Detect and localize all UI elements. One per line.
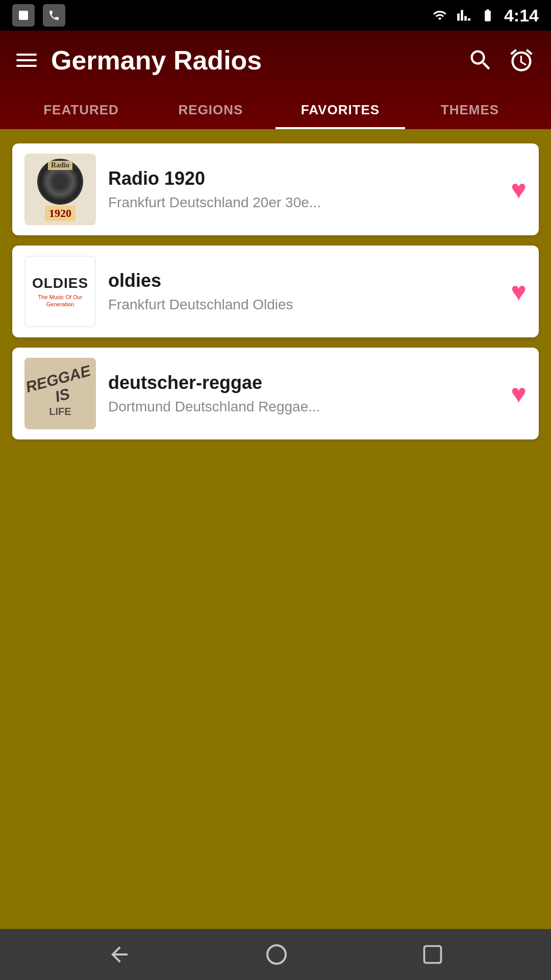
radio-name-radio1920: Radio 1920 (108, 168, 498, 189)
nav-back-button[interactable] (107, 942, 132, 967)
radio-name-oldies: oldies (108, 270, 498, 291)
radio-desc-oldies: Frankfurt Deutschland Oldies (108, 297, 498, 313)
page-title: Germany Radios (51, 45, 262, 76)
radio-desc-radio1920: Frankfurt Deutschland 20er 30e... (108, 194, 498, 211)
tab-regions[interactable]: REGIONS (146, 92, 276, 129)
header-top: Germany Radios (16, 45, 535, 88)
svg-rect-1 (424, 946, 441, 963)
photo-icon (12, 4, 35, 27)
radio-info-radio1920: Radio 1920 Frankfurt Deutschland 20er 30… (108, 168, 498, 211)
phone-icon (43, 4, 65, 27)
tab-themes[interactable]: THEMES (405, 92, 535, 129)
status-bar-right-icons: 4:14 (431, 6, 539, 26)
tab-featured[interactable]: FEATURED (16, 92, 146, 129)
search-button[interactable] (467, 47, 494, 74)
tab-favorites[interactable]: FAVORITES (276, 92, 405, 129)
radio-card-radio1920[interactable]: Radio 1920 Radio 1920 Frankfurt Deutschl… (12, 143, 539, 235)
header-left: Germany Radios (16, 45, 262, 76)
radio-info-oldies: oldies Frankfurt Deutschland Oldies (108, 270, 498, 313)
battery-icon (479, 8, 497, 22)
radio-info-reggae: deutscher-reggae Dortmund Deutschland Re… (108, 372, 498, 415)
tab-bar: FEATURED REGIONS FAVORITES THEMES (16, 92, 535, 129)
radio-card-oldies[interactable]: OLDIES The Music Of Our Generation oldie… (12, 246, 539, 337)
content-area: Radio 1920 Radio 1920 Frankfurt Deutschl… (0, 129, 551, 929)
favorite-button-oldies[interactable]: ♥ (511, 278, 527, 305)
header: Germany Radios FEATURED REGIONS FAVORITE… (0, 31, 551, 129)
favorite-button-reggae[interactable]: ♥ (511, 380, 527, 407)
menu-button[interactable] (16, 54, 37, 67)
status-time: 4:14 (504, 6, 539, 26)
nav-bar (0, 929, 551, 980)
nav-home-button[interactable] (264, 942, 289, 967)
radio-thumbnail-radio1920: Radio 1920 (24, 154, 96, 225)
signal-icon (456, 8, 471, 22)
status-bar-left-icons (12, 4, 65, 27)
radio-name-reggae: deutscher-reggae (108, 372, 498, 394)
wifi-icon (431, 8, 449, 22)
status-bar: 4:14 (0, 0, 551, 31)
radio-desc-reggae: Dortmund Deutschland Reggae... (108, 399, 498, 415)
favorite-button-radio1920[interactable]: ♥ (511, 176, 527, 203)
svg-point-0 (267, 945, 286, 964)
nav-recent-button[interactable] (421, 943, 444, 966)
radio-thumbnail-oldies: OLDIES The Music Of Our Generation (24, 256, 96, 327)
radio-card-reggae[interactable]: REGGAEIS LIFE deutscher-reggae Dortmund … (12, 348, 539, 439)
alarm-button[interactable] (508, 47, 535, 74)
radio-thumbnail-reggae: REGGAEIS LIFE (24, 358, 96, 429)
header-actions (467, 47, 535, 74)
